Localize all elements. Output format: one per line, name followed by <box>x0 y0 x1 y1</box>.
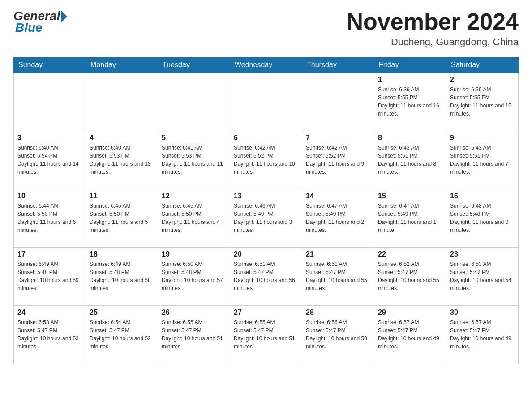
day-info: Sunrise: 6:49 AM Sunset: 5:48 PM Dayligh… <box>17 260 82 292</box>
week-row-0: 1Sunrise: 6:39 AM Sunset: 5:55 PM Daylig… <box>14 73 519 131</box>
calendar-cell: 29Sunrise: 6:57 AM Sunset: 5:47 PM Dayli… <box>374 306 446 364</box>
week-row-4: 24Sunrise: 6:53 AM Sunset: 5:47 PM Dayli… <box>14 306 519 364</box>
day-number: 3 <box>17 134 82 142</box>
day-number: 12 <box>162 192 226 200</box>
day-info: Sunrise: 6:51 AM Sunset: 5:47 PM Dayligh… <box>234 260 298 292</box>
day-number: 22 <box>378 250 442 258</box>
day-info: Sunrise: 6:42 AM Sunset: 5:52 PM Dayligh… <box>306 144 370 176</box>
calendar-header-wednesday: Wednesday <box>230 57 302 73</box>
day-number: 18 <box>90 250 154 258</box>
week-row-2: 10Sunrise: 6:44 AM Sunset: 5:50 PM Dayli… <box>14 189 519 248</box>
day-info: Sunrise: 6:54 AM Sunset: 5:47 PM Dayligh… <box>90 318 154 351</box>
day-info: Sunrise: 6:57 AM Sunset: 5:47 PM Dayligh… <box>450 318 515 351</box>
day-number: 9 <box>450 134 515 142</box>
day-info: Sunrise: 6:39 AM Sunset: 5:55 PM Dayligh… <box>450 86 515 118</box>
calendar-cell: 1Sunrise: 6:39 AM Sunset: 5:55 PM Daylig… <box>374 73 446 131</box>
calendar-header-row: SundayMondayTuesdayWednesdayThursdayFrid… <box>14 57 519 73</box>
calendar-header-thursday: Thursday <box>302 57 374 73</box>
day-number: 28 <box>306 308 370 317</box>
calendar-cell <box>230 73 302 131</box>
logo-arrow-icon <box>61 10 67 23</box>
title-area: November 2024 Ducheng, Guangdong, China <box>347 9 519 48</box>
day-info: Sunrise: 6:40 AM Sunset: 5:54 PM Dayligh… <box>17 144 82 176</box>
day-info: Sunrise: 6:52 AM Sunset: 5:47 PM Dayligh… <box>378 260 442 292</box>
calendar-cell <box>158 73 230 131</box>
calendar-cell: 6Sunrise: 6:42 AM Sunset: 5:52 PM Daylig… <box>230 131 302 189</box>
week-row-1: 3Sunrise: 6:40 AM Sunset: 5:54 PM Daylig… <box>14 131 519 189</box>
calendar-cell: 24Sunrise: 6:53 AM Sunset: 5:47 PM Dayli… <box>14 306 86 364</box>
day-number: 4 <box>90 134 154 142</box>
day-info: Sunrise: 6:50 AM Sunset: 5:48 PM Dayligh… <box>162 260 226 292</box>
calendar-cell: 13Sunrise: 6:46 AM Sunset: 5:49 PM Dayli… <box>230 189 302 248</box>
logo: General Blue <box>13 9 67 35</box>
calendar-cell <box>86 73 158 131</box>
day-info: Sunrise: 6:46 AM Sunset: 5:49 PM Dayligh… <box>234 202 298 234</box>
day-info: Sunrise: 6:47 AM Sunset: 5:49 PM Dayligh… <box>378 202 442 234</box>
calendar-cell: 14Sunrise: 6:47 AM Sunset: 5:49 PM Dayli… <box>302 189 374 248</box>
calendar-header-saturday: Saturday <box>446 57 519 73</box>
calendar-cell: 25Sunrise: 6:54 AM Sunset: 5:47 PM Dayli… <box>86 306 158 364</box>
calendar-cell <box>14 73 86 131</box>
day-number: 2 <box>450 76 515 84</box>
day-number: 23 <box>450 250 515 258</box>
week-row-3: 17Sunrise: 6:49 AM Sunset: 5:48 PM Dayli… <box>14 248 519 306</box>
day-info: Sunrise: 6:43 AM Sunset: 5:51 PM Dayligh… <box>450 144 515 176</box>
calendar-cell: 7Sunrise: 6:42 AM Sunset: 5:52 PM Daylig… <box>302 131 374 189</box>
calendar-header-monday: Monday <box>86 57 158 73</box>
calendar-cell: 3Sunrise: 6:40 AM Sunset: 5:54 PM Daylig… <box>14 131 86 189</box>
calendar-cell: 21Sunrise: 6:51 AM Sunset: 5:47 PM Dayli… <box>302 248 374 306</box>
day-number: 13 <box>234 192 298 200</box>
day-number: 21 <box>306 250 370 258</box>
calendar-header-tuesday: Tuesday <box>158 57 230 73</box>
day-info: Sunrise: 6:57 AM Sunset: 5:47 PM Dayligh… <box>378 318 442 351</box>
day-info: Sunrise: 6:47 AM Sunset: 5:49 PM Dayligh… <box>306 202 370 234</box>
calendar-cell: 16Sunrise: 6:48 AM Sunset: 5:48 PM Dayli… <box>446 189 519 248</box>
day-number: 30 <box>450 308 515 317</box>
day-number: 17 <box>17 250 82 258</box>
calendar-cell: 12Sunrise: 6:45 AM Sunset: 5:50 PM Dayli… <box>158 189 230 248</box>
day-info: Sunrise: 6:56 AM Sunset: 5:47 PM Dayligh… <box>306 318 370 351</box>
calendar-cell: 27Sunrise: 6:55 AM Sunset: 5:47 PM Dayli… <box>230 306 302 364</box>
calendar-cell <box>302 73 374 131</box>
day-info: Sunrise: 6:41 AM Sunset: 5:53 PM Dayligh… <box>162 144 226 176</box>
day-number: 1 <box>378 76 442 84</box>
calendar-cell: 4Sunrise: 6:40 AM Sunset: 5:53 PM Daylig… <box>86 131 158 189</box>
calendar-header-friday: Friday <box>374 57 446 73</box>
day-number: 29 <box>378 308 442 317</box>
calendar-cell: 9Sunrise: 6:43 AM Sunset: 5:51 PM Daylig… <box>446 131 519 189</box>
location-text: Ducheng, Guangdong, China <box>347 36 519 48</box>
day-number: 5 <box>162 134 226 142</box>
day-number: 27 <box>234 308 298 317</box>
calendar-cell: 20Sunrise: 6:51 AM Sunset: 5:47 PM Dayli… <box>230 248 302 306</box>
calendar-cell: 28Sunrise: 6:56 AM Sunset: 5:47 PM Dayli… <box>302 306 374 364</box>
calendar-cell: 8Sunrise: 6:43 AM Sunset: 5:51 PM Daylig… <box>374 131 446 189</box>
calendar-cell: 22Sunrise: 6:52 AM Sunset: 5:47 PM Dayli… <box>374 248 446 306</box>
calendar-cell: 10Sunrise: 6:44 AM Sunset: 5:50 PM Dayli… <box>14 189 86 248</box>
day-info: Sunrise: 6:44 AM Sunset: 5:50 PM Dayligh… <box>17 202 82 234</box>
day-number: 26 <box>162 308 226 317</box>
calendar-table: SundayMondayTuesdayWednesdayThursdayFrid… <box>13 57 519 364</box>
calendar-cell: 5Sunrise: 6:41 AM Sunset: 5:53 PM Daylig… <box>158 131 230 189</box>
day-info: Sunrise: 6:55 AM Sunset: 5:47 PM Dayligh… <box>162 318 226 351</box>
day-info: Sunrise: 6:45 AM Sunset: 5:50 PM Dayligh… <box>162 202 226 234</box>
day-number: 6 <box>234 134 298 142</box>
day-info: Sunrise: 6:53 AM Sunset: 5:47 PM Dayligh… <box>17 318 82 351</box>
day-info: Sunrise: 6:55 AM Sunset: 5:47 PM Dayligh… <box>234 318 298 351</box>
calendar-cell: 2Sunrise: 6:39 AM Sunset: 5:55 PM Daylig… <box>446 73 519 131</box>
day-number: 10 <box>17 192 82 200</box>
day-number: 16 <box>450 192 515 200</box>
day-info: Sunrise: 6:40 AM Sunset: 5:53 PM Dayligh… <box>90 144 154 176</box>
day-number: 14 <box>306 192 370 200</box>
day-number: 25 <box>90 308 154 317</box>
calendar-cell: 18Sunrise: 6:49 AM Sunset: 5:48 PM Dayli… <box>86 248 158 306</box>
day-info: Sunrise: 6:48 AM Sunset: 5:48 PM Dayligh… <box>450 202 515 234</box>
day-info: Sunrise: 6:49 AM Sunset: 5:48 PM Dayligh… <box>90 260 154 292</box>
day-info: Sunrise: 6:42 AM Sunset: 5:52 PM Dayligh… <box>234 144 298 176</box>
day-number: 24 <box>17 308 82 317</box>
day-number: 7 <box>306 134 370 142</box>
day-number: 20 <box>234 250 298 258</box>
day-number: 11 <box>90 192 154 200</box>
day-info: Sunrise: 6:39 AM Sunset: 5:55 PM Dayligh… <box>378 86 442 118</box>
month-title: November 2024 <box>347 9 519 34</box>
page-header: General Blue November 2024 Ducheng, Guan… <box>13 9 519 48</box>
